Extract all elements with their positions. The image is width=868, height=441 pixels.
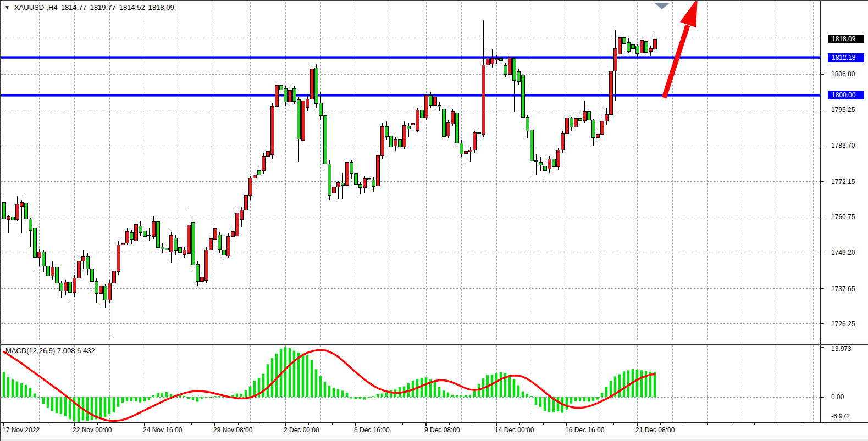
candle-body: [548, 159, 551, 169]
time-axis-label: 24 Nov 16:00: [143, 426, 182, 434]
candle-body: [288, 90, 291, 102]
candle-body: [248, 178, 252, 196]
macd-label: MACD(12,26,9) 7.008 6.432: [5, 347, 95, 355]
macd-histogram-bar: [20, 383, 23, 397]
candle-body: [200, 277, 203, 281]
macd-histogram-bar: [557, 397, 559, 411]
macd-histogram-bar: [522, 392, 524, 397]
candle-body: [468, 150, 472, 152]
candle-body: [55, 267, 58, 283]
current-price-badge: 1818.09: [828, 35, 864, 43]
candle-body: [350, 162, 353, 173]
candle-body: [103, 286, 107, 300]
candle-body: [341, 183, 344, 185]
macd-histogram-bar: [530, 396, 533, 397]
candle-body: [218, 235, 221, 250]
macd-histogram-bar: [324, 382, 326, 397]
candle-body: [90, 269, 93, 282]
macd-histogram-bar: [47, 397, 49, 408]
candle-body: [33, 228, 36, 258]
macd-histogram-bar: [319, 376, 322, 397]
candle-body: [451, 112, 454, 124]
candle-body: [635, 46, 639, 54]
candle-body: [59, 283, 63, 291]
time-axis-label: 22 Nov 00:00: [73, 426, 112, 434]
candle-body: [394, 139, 397, 146]
macd-histogram-bar: [610, 381, 612, 397]
support-price-badge: 1800.00: [828, 91, 864, 99]
candle-body: [147, 235, 151, 236]
candle-body: [187, 225, 190, 254]
candle-body: [653, 39, 656, 49]
macd-histogram-bar: [99, 397, 102, 418]
macd-histogram-bar: [218, 396, 220, 397]
candle-body: [442, 109, 445, 136]
macd-histogram-bar: [249, 387, 251, 398]
candle-body: [561, 133, 564, 150]
candle-body: [209, 239, 212, 250]
macd-histogram-bar: [544, 397, 546, 411]
resistance-price-badge: 1812.18: [828, 53, 864, 62]
candle-body: [86, 256, 89, 269]
price-tick-label: 1783.70: [831, 141, 867, 150]
macd-histogram-bar: [51, 397, 53, 411]
candlesticks: [2, 20, 656, 338]
macd-histogram-bar: [205, 397, 207, 398]
candle-body: [429, 96, 432, 105]
macd-histogram-bar: [469, 395, 471, 397]
symbol-dropdown-icon[interactable]: ▼: [4, 4, 10, 10]
candle-body: [631, 45, 634, 49]
candle-body: [591, 120, 595, 138]
candle-body: [508, 58, 511, 74]
macd-histogram-bar: [359, 397, 361, 399]
macd-histogram-bar: [25, 385, 27, 397]
candle-body: [134, 225, 137, 241]
time-axis-label: 29 Nov 08:00: [213, 426, 252, 434]
candle-body: [512, 59, 516, 81]
macd-histogram-bar: [451, 395, 454, 397]
macd-histogram-bar: [328, 386, 330, 397]
macd-histogram-bar: [526, 394, 528, 397]
trend-arrow[interactable]: [664, 1, 698, 98]
candle-body: [81, 256, 85, 261]
time-axis-label: 16 Dec 16:00: [565, 426, 604, 434]
ohlc-close: 1818.09: [148, 3, 174, 12]
macd-max-label: 13.973: [831, 344, 867, 353]
macd-histogram-bar: [271, 358, 273, 397]
candle-body: [649, 49, 652, 52]
price-level-line[interactable]: [1, 56, 820, 58]
candle-body: [174, 238, 177, 250]
candle-body: [416, 110, 419, 131]
candle-body: [121, 243, 124, 245]
candle-body: [165, 248, 168, 250]
macd-signal-value: 6.432: [77, 347, 95, 355]
candle-body: [178, 247, 181, 252]
candle-body: [499, 59, 502, 61]
macd-histogram-bar: [192, 397, 194, 400]
horizontal-support-resistance-lines[interactable]: [1, 56, 820, 96]
chart-canvas[interactable]: [1, 1, 868, 441]
candle-body: [257, 170, 261, 175]
macd-histogram-bar: [623, 371, 625, 397]
macd-histogram-bar: [491, 375, 493, 397]
candle-body: [609, 71, 612, 115]
candle-body: [266, 152, 269, 156]
price-level-line[interactable]: [1, 94, 820, 96]
macd-histogram-bar: [148, 397, 150, 400]
candle-body: [279, 85, 283, 90]
ohlc-open: 1814.77: [61, 3, 87, 12]
triangle-marker-icon[interactable]: [654, 3, 670, 9]
candle-body: [627, 42, 630, 51]
macd-histogram-bar: [135, 397, 137, 401]
macd-histogram-bar: [341, 390, 344, 397]
macd-histogram-bar: [508, 375, 511, 397]
candle-body: [161, 247, 164, 249]
macd-histogram-bar: [539, 397, 541, 407]
macd-histogram-bar: [315, 369, 317, 397]
candle-body: [363, 178, 366, 187]
candle-body: [297, 100, 300, 139]
macd-histogram-bar: [377, 394, 379, 397]
candle-body: [570, 118, 573, 127]
macd-histogram-bar: [42, 397, 45, 404]
macd-histogram-bar: [592, 397, 594, 401]
